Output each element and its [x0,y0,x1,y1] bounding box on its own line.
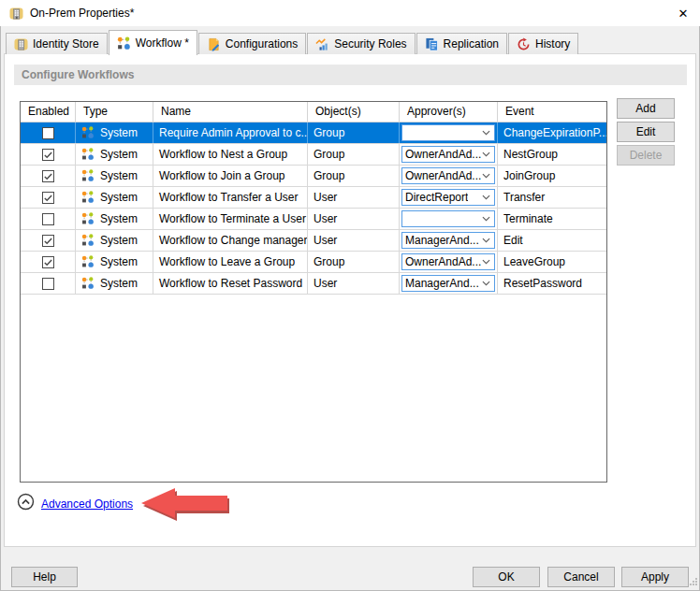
workflow-row[interactable]: System Workflow to Terminate a User User… [21,209,606,230]
name-cell: Workflow to Nest a Group [153,144,308,165]
enabled-checkbox[interactable] [42,235,54,247]
enabled-checkbox[interactable] [42,170,54,182]
tab-configurations[interactable]: Configurations [198,33,306,54]
type-cell: System [76,144,153,165]
object-type: Group [314,255,344,268]
workflow-name: Workflow to Terminate a User [159,212,306,225]
workflow-name: Workflow to Join a Group [159,169,285,182]
event-name: Transfer [503,191,545,204]
approver-value: ManagerAnd... [405,277,479,290]
approver-dropdown[interactable]: OwnerAndAd... [401,167,495,184]
object-cell: User [308,187,400,208]
object-cell: Group [308,252,400,272]
event-name: Terminate [503,212,553,225]
approver-dropdown[interactable]: ManagerAnd... [401,275,495,292]
approver-cell: OwnerAndAd... [400,144,498,165]
approver-value: OwnerAndAd... [405,255,481,268]
enabled-checkbox[interactable] [42,149,54,161]
workflow-name: Require Admin Approval to c... [159,126,308,139]
workflow-type-icon [81,191,95,204]
cancel-button[interactable]: Cancel [547,567,615,587]
workflow-type-icon [81,234,95,247]
event-cell: Transfer [498,187,606,208]
event-cell: LeaveGroup [498,252,606,272]
approver-value: DirectReport [405,191,468,204]
object-cell: Group [308,123,400,143]
workflow-row[interactable]: System Workflow to Leave a Group Group O… [21,252,606,273]
chevron-down-icon [482,195,490,200]
tab-replication[interactable]: Replication [416,33,507,54]
approver-cell: DirectReport [400,187,498,208]
tab-identity-store[interactable]: Identity Store [6,33,108,54]
event-cell: NestGroup [498,144,606,165]
ok-button[interactable]: OK [473,567,540,587]
name-cell: Workflow to Leave a Group [153,252,308,272]
on-prem-properties-dialog: { "window": { "title": "On-Prem Properti… [0,0,700,591]
add-button[interactable]: Add [617,98,675,119]
approver-cell [400,123,498,143]
workflow-type-icon [81,255,95,268]
workflow-type-icon [81,212,95,225]
column-header-approver[interactable]: Approver(s) [400,102,498,122]
apply-button[interactable]: Apply [621,567,689,587]
enabled-checkbox[interactable] [42,278,54,290]
tab-strip: Identity Store Workflow * Configurations [6,29,579,54]
delete-button: Delete [617,145,675,166]
column-header-object[interactable]: Object(s) [308,102,400,122]
tab-security-roles[interactable]: Security Roles [307,33,415,54]
tab-history[interactable]: History [508,33,578,54]
advanced-options-link[interactable]: Advanced Options [41,497,133,511]
workflow-name: Workflow to Nest a Group [159,148,287,161]
approver-dropdown[interactable] [401,124,495,141]
workflow-row[interactable]: System Require Admin Approval to c... Gr… [21,123,606,144]
name-cell: Workflow to Join a Group [153,166,308,186]
check-icon [43,150,53,160]
type-label: System [100,234,138,247]
approver-dropdown[interactable]: OwnerAndAd... [401,146,495,163]
section-header: Configure Workflows [14,65,687,85]
column-header-name[interactable]: Name [153,102,308,122]
object-type: User [314,212,337,225]
workflow-row[interactable]: System Workflow to Reset Password User M… [21,273,606,295]
object-cell: Group [308,144,400,165]
workflow-row[interactable]: System Workflow to Nest a Group Group Ow… [21,144,606,166]
collapse-chevron-icon[interactable] [17,493,35,511]
column-header-event[interactable]: Event [498,102,606,122]
workflow-type-icon [81,169,95,182]
workflow-type-icon [81,148,95,161]
resize-grip[interactable] [689,576,698,589]
approver-dropdown[interactable]: DirectReport [401,189,495,206]
enabled-checkbox[interactable] [42,127,54,139]
workflow-row[interactable]: System Workflow to Transfer a User User … [21,187,606,209]
workflow-row[interactable]: System Workflow to Change manager User M… [21,230,606,252]
window-title: On-Prem Properties* [30,7,134,20]
workflow-name: Workflow to Change manager [159,234,308,247]
edit-button[interactable]: Edit [617,122,675,142]
object-cell: User [308,273,400,294]
enabled-checkbox[interactable] [42,213,54,225]
event-cell: Edit [498,230,606,251]
type-label: System [100,277,138,290]
tab-workflow[interactable]: Workflow * [109,30,197,55]
approver-dropdown[interactable]: ManagerAnd... [401,232,495,249]
check-icon [43,257,53,267]
event-name: Edit [503,234,523,247]
column-header-enabled[interactable]: Enabled [21,102,76,122]
help-button[interactable]: Help [11,567,78,587]
type-label: System [100,212,138,225]
enabled-cell [21,144,76,165]
chevron-down-icon [482,173,490,179]
check-icon [43,171,53,181]
enabled-checkbox[interactable] [42,192,54,204]
enabled-cell [21,273,76,294]
close-icon[interactable]: ✕ [675,6,692,22]
object-type: Group [314,148,344,161]
name-cell: Workflow to Change manager [153,230,308,251]
enabled-checkbox[interactable] [42,256,54,268]
approver-dropdown[interactable]: OwnerAndAd... [401,253,495,270]
object-type: Group [314,169,344,182]
event-cell: Terminate [498,209,606,229]
approver-dropdown[interactable] [401,210,495,227]
column-header-type[interactable]: Type [76,102,153,122]
workflow-row[interactable]: System Workflow to Join a Group Group Ow… [21,166,606,187]
